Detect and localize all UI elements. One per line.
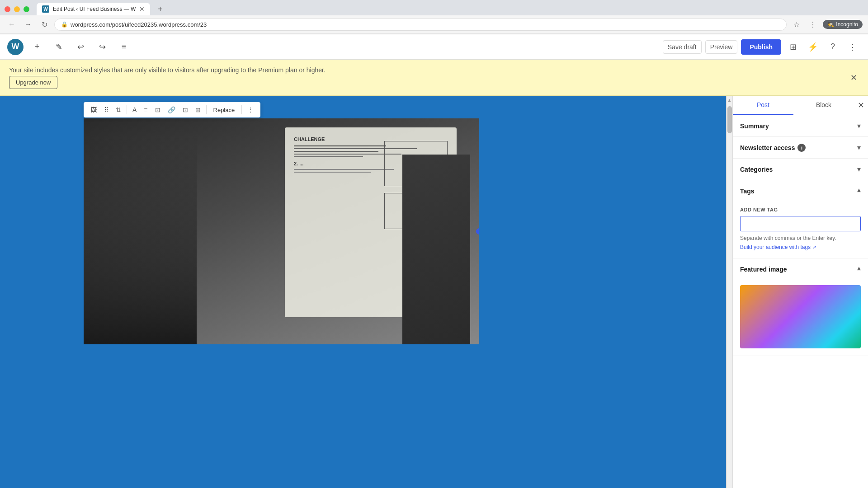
- newsletter-section-header[interactable]: Newsletter access i ▾: [733, 137, 868, 158]
- lock-icon: 🔒: [61, 21, 68, 28]
- newsletter-info-icon[interactable]: i: [797, 144, 806, 152]
- newsletter-chevron-icon: ▾: [857, 143, 861, 152]
- more-tools-button[interactable]: ⋮: [844, 39, 861, 55]
- toolbar-separator-3: [241, 105, 242, 114]
- replace-button[interactable]: Replace: [209, 104, 240, 116]
- tags-section: Tags ▾ ADD NEW TAG Separate with commas …: [733, 180, 868, 258]
- close-tab-icon[interactable]: ✕: [139, 5, 145, 13]
- post-tab[interactable]: Post: [733, 96, 793, 115]
- forward-button[interactable]: →: [22, 18, 34, 31]
- resize-handle[interactable]: [476, 228, 479, 235]
- editor-canvas: 🖼 ⠿ ⇅ A ≡ ⊡ 🔗 ⊡ ⊞ Replace ⋮: [0, 96, 732, 488]
- browser-nav: ← → ↻ 🔒 wordpress.com/post/uifeed20235.w…: [0, 15, 868, 34]
- editor-image[interactable]: CHALLENGE 2. ...: [84, 118, 479, 344]
- image-content: CHALLENGE 2. ...: [84, 118, 479, 344]
- close-window-btn[interactable]: [5, 6, 10, 12]
- minimize-window-btn[interactable]: [14, 6, 20, 12]
- add-block-button[interactable]: +: [29, 39, 45, 55]
- notification-text: Your site includes customized styles tha…: [9, 66, 326, 74]
- scroll-up-arrow[interactable]: ▲: [727, 96, 732, 104]
- editor-area: 🖼 ⠿ ⇅ A ≡ ⊡ 🔗 ⊡ ⊞ Replace ⋮: [0, 96, 732, 488]
- reload-button[interactable]: ↻: [38, 18, 51, 31]
- tags-section-header[interactable]: Tags ▾: [733, 180, 868, 202]
- newsletter-access-section: Newsletter access i ▾: [733, 137, 868, 159]
- toolbar-right: Save draft Preview Publish ⊞ ⚡ ? ⋮: [663, 39, 861, 55]
- preview-button[interactable]: Preview: [705, 40, 738, 54]
- notification-content: Your site includes customized styles tha…: [9, 66, 326, 89]
- featured-image-thumbnail[interactable]: [740, 285, 861, 348]
- summary-section: Summary ▾: [733, 115, 868, 137]
- toolbar-separator-1: [127, 105, 127, 114]
- full-width-button[interactable]: ⊡: [152, 104, 164, 116]
- maximize-window-btn[interactable]: [24, 6, 29, 12]
- categories-section-header[interactable]: Categories ▾: [733, 159, 868, 180]
- featured-image-section: Featured image ▾: [733, 258, 868, 356]
- scroll-thumb[interactable]: [727, 106, 732, 133]
- redo-button[interactable]: ↪: [94, 39, 110, 55]
- publish-button[interactable]: Publish: [741, 39, 781, 55]
- newsletter-title: Newsletter access i: [740, 144, 806, 152]
- tag-hint: Separate with commas or the Enter key.: [740, 235, 861, 241]
- sidebar: Post Block ✕ Summary ▾ Newsletter access…: [732, 96, 868, 488]
- window-controls: [5, 6, 29, 12]
- align-button[interactable]: ≡: [141, 104, 151, 116]
- featured-image-title: Featured image: [740, 266, 787, 273]
- save-draft-button[interactable]: Save draft: [663, 40, 702, 54]
- tab-title: Edit Post ‹ UI Feed Business — W: [53, 6, 136, 12]
- external-link-icon: ↗: [812, 244, 816, 250]
- notification-banner: Your site includes customized styles tha…: [0, 60, 868, 96]
- wp-logo[interactable]: W: [7, 39, 24, 55]
- more-options-button[interactable]: ⋮: [244, 104, 257, 116]
- summary-chevron-icon: ▾: [857, 122, 861, 130]
- summary-title: Summary: [740, 122, 769, 130]
- incognito-icon: 🕵: [827, 21, 834, 28]
- bookmark-button[interactable]: ☆: [790, 18, 803, 31]
- new-tab-button[interactable]: +: [154, 3, 166, 15]
- incognito-badge: 🕵 Incognito: [823, 20, 863, 29]
- add-tag-label: ADD NEW TAG: [740, 207, 861, 212]
- back-button[interactable]: ←: [5, 18, 18, 31]
- sidebar-toggle-button[interactable]: ⊞: [785, 39, 801, 55]
- browser-titlebar: W Edit Post ‹ UI Feed Business — W ✕ +: [0, 0, 868, 15]
- browser-menu-button[interactable]: ⋮: [807, 18, 819, 31]
- main-layout: 🖼 ⠿ ⇅ A ≡ ⊡ 🔗 ⊡ ⊞ Replace ⋮: [0, 96, 868, 488]
- text-color-button[interactable]: A: [129, 104, 140, 116]
- move-up-down-button[interactable]: ⇅: [113, 104, 124, 116]
- drag-handle-button[interactable]: ⠿: [101, 104, 112, 116]
- block-tab[interactable]: Block: [793, 96, 854, 115]
- browser-chrome: W Edit Post ‹ UI Feed Business — W ✕ + ←…: [0, 0, 868, 34]
- undo-button[interactable]: ↩: [72, 39, 89, 55]
- featured-image-chevron-icon: ▾: [857, 265, 861, 273]
- notification-close-button[interactable]: ✕: [849, 71, 859, 84]
- person-right: [402, 155, 470, 344]
- tags-title: Tags: [740, 188, 755, 195]
- crop-button[interactable]: ⊡: [179, 104, 191, 116]
- link-button[interactable]: 🔗: [165, 104, 179, 116]
- build-audience-link[interactable]: Build your audience with tags ↗: [740, 244, 816, 250]
- list-view-button[interactable]: ≡: [116, 39, 132, 55]
- upgrade-button[interactable]: Upgrade now: [9, 76, 57, 89]
- wp-toolbar: W + ✎ ↩ ↪ ≡ Save draft Preview Publish ⊞…: [0, 34, 868, 60]
- image-icon-button[interactable]: 🖼: [87, 104, 100, 116]
- summary-section-header[interactable]: Summary ▾: [733, 115, 868, 136]
- help-button[interactable]: ?: [825, 39, 841, 55]
- tag-input[interactable]: [740, 216, 861, 231]
- incognito-label: Incognito: [836, 21, 858, 28]
- settings-button[interactable]: ⚡: [805, 39, 821, 55]
- nav-actions: ☆ ⋮ 🕵 Incognito: [790, 18, 863, 31]
- tags-chevron-icon: ▾: [857, 187, 861, 195]
- overlay-button[interactable]: ⊞: [192, 104, 204, 116]
- sidebar-close-button[interactable]: ✕: [854, 96, 868, 115]
- tools-button[interactable]: ✎: [51, 39, 67, 55]
- tags-content: ADD NEW TAG Separate with commas or the …: [733, 202, 868, 258]
- address-bar[interactable]: 🔒 wordpress.com/post/uifeed20235.wordpre…: [54, 19, 787, 31]
- featured-image-content: [733, 280, 868, 356]
- person-left: [84, 136, 197, 344]
- categories-chevron-icon: ▾: [857, 165, 861, 174]
- toolbar-separator-2: [206, 105, 207, 114]
- featured-image-section-header[interactable]: Featured image ▾: [733, 258, 868, 280]
- url-text: wordpress.com/post/uifeed20235.wordpress…: [71, 21, 207, 28]
- scroll-bar[interactable]: ▲ ▼: [726, 96, 732, 488]
- sidebar-tabs: Post Block ✕: [733, 96, 868, 115]
- browser-tab[interactable]: W Edit Post ‹ UI Feed Business — W ✕: [37, 3, 150, 15]
